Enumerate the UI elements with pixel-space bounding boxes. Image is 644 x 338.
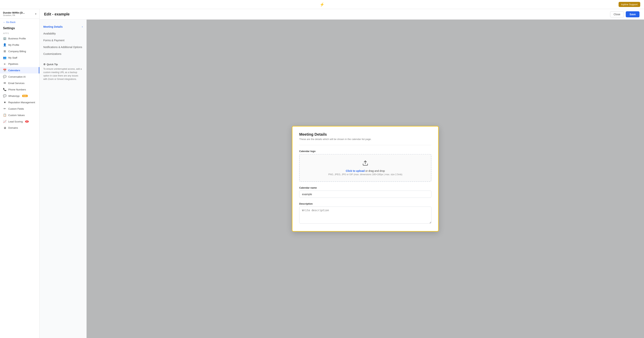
description-textarea[interactable] [299,207,432,224]
calendar-logo-label: Calendar logo [299,150,432,153]
quick-tip-section: ⚙ Quick Tip To ensure uninterrupted acce… [40,59,86,85]
sub-layout: Meeting Details › Availability Forms & P… [40,20,644,338]
content-area: Edit - example Close Save Meeting Detail… [40,9,644,338]
page-title: Edit - example [44,12,70,17]
save-button[interactable]: Save [626,11,640,17]
sidebar-item-domains[interactable]: 🖥 Domains [0,125,39,131]
sidebar-item-custom-fields[interactable]: ✏ Custom Fields [0,106,39,112]
sidebar: Dunder Mifflin [D... Scranton, PA ▾ ← Go… [0,9,40,338]
whatsapp-icon: 💬 [3,94,6,98]
sidebar-item-email-services[interactable]: ✉ Email Services [0,80,39,86]
workspace-sub: Scranton, PA [3,14,25,17]
calendar-name-input[interactable] [299,191,432,198]
sidebar-label-calendars: Calendars [8,69,20,72]
lightning-icon: ⚡ [320,3,324,7]
nav-item-notifications[interactable]: Notifications & Additional Options [40,44,86,51]
sidebar-label-email-services: Email Services [8,82,24,85]
upload-text: Click to upload or drag and drop [305,169,426,172]
sidebar-label-phone-numbers: Phone Numbers [8,88,26,91]
sidebar-label-business-profile: Business Profile [8,37,26,40]
sidebar-label-lead-scoring: Lead Scoring [8,120,23,123]
upload-icon [305,160,426,167]
quick-tip-title: Quick Tip [47,63,58,66]
reputation-icon: ★ [3,101,6,104]
topbar-center: ⚡ [320,2,324,7]
custom-values-icon: 📋 [3,113,6,117]
chevron-down-icon: ▾ [35,13,36,15]
sidebar-label-custom-fields: Custom Fields [8,107,24,110]
calendars-icon: 📅 [3,69,6,72]
modal-subtitle: These are the details which will be show… [299,138,432,141]
lead-scoring-icon: 📈 [3,120,6,123]
support-button[interactable]: topline Support [618,2,640,7]
sidebar-item-my-profile[interactable]: 👤 My Profile [0,42,39,48]
close-button[interactable]: Close [610,11,624,17]
phone-icon: 📞 [3,88,6,91]
email-icon: ✉ [3,81,6,85]
quick-tip-header: ⚙ Quick Tip [43,63,83,66]
nav-item-availability[interactable]: Availability [40,30,86,37]
sidebar-item-phone-numbers[interactable]: 📞 Phone Numbers [0,86,39,93]
nav-label-forms-payment: Forms & Payment [43,39,64,42]
sidebar-label-my-profile: My Profile [8,44,19,46]
apps-section-label: Apps [0,31,39,35]
gear-icon: ⚙ [43,63,46,66]
description-label: Description [299,202,432,205]
nav-arrow-icon: › [82,26,83,28]
topbar: ⚡ topline Support [0,0,644,9]
sidebar-item-company-billing[interactable]: ⊞ Company Billing [0,48,39,55]
content-header: Edit - example Close Save [40,9,644,20]
workspace-selector[interactable]: Dunder Mifflin [D... Scranton, PA ▾ [0,9,39,19]
sidebar-item-business-profile[interactable]: 🏢 Business Profile [0,35,39,42]
profile-icon: 👤 [3,43,6,47]
nav-label-availability: Availability [43,32,56,35]
main-panel: Meeting Details These are the details wh… [86,20,644,338]
sidebar-label-pipelines: Pipelines [8,63,18,65]
domains-icon: 🖥 [3,126,6,129]
sidebar-label-conversation-ai: Conversation AI [8,75,26,78]
conversation-ai-icon: 💬 [3,75,6,78]
modal-divider [299,145,432,145]
calendar-name-label: Calendar name [299,186,432,189]
meeting-details-modal: Meeting Details These are the details wh… [292,126,439,232]
quick-tip-text: To ensure uninterrupted access, add a cu… [43,67,83,81]
sidebar-item-conversation-ai[interactable]: 💬 Conversation AI [0,74,39,80]
nav-label-meeting-details: Meeting Details [43,25,63,28]
nav-label-notifications: Notifications & Additional Options [43,46,82,49]
modal-title: Meeting Details [299,132,432,137]
nav-item-customizations[interactable]: Customizations [40,51,86,57]
nav-item-forms-payment[interactable]: Forms & Payment [40,37,86,44]
sidebar-item-custom-values[interactable]: 📋 Custom Values [0,112,39,118]
sidebar-label-whatsapp: WhatsApp [8,95,20,97]
sidebar-item-reputation-management[interactable]: ★ Reputation Management [0,99,39,106]
sidebar-item-my-staff[interactable]: 👥 My Staff [0,55,39,61]
beta-badge: beta [22,95,28,97]
left-panel: Meeting Details › Availability Forms & P… [40,20,86,338]
sidebar-label-my-staff: My Staff [8,56,17,59]
sidebar-label-company-billing: Company Billing [8,50,26,53]
upload-hint: PNG, JPEG, JPG or GIF (max. dimensions 1… [305,173,426,176]
settings-title: Settings [0,26,39,31]
sidebar-item-whatsapp[interactable]: 💬 WhatsApp beta [0,93,39,99]
upload-rest-text: or drag and drop [364,169,385,172]
pipelines-icon: ≡ [3,62,6,66]
sidebar-label-reputation-management: Reputation Management [8,101,35,104]
sidebar-item-calendars[interactable]: 📅 Calendars [0,67,39,74]
sidebar-label-domains: Domains [8,126,18,129]
billing-icon: ⊞ [3,50,6,53]
modal-body: Meeting Details These are the details wh… [292,127,438,231]
sidebar-item-pipelines[interactable]: ≡ Pipelines [0,61,39,67]
custom-fields-icon: ✏ [3,107,6,110]
upload-area[interactable]: Click to upload or drag and drop PNG, JP… [299,154,432,182]
go-back-link[interactable]: ← Go Back [0,19,39,26]
staff-icon: 👥 [3,56,6,59]
lead-scoring-badge: 40 [25,120,29,123]
nav-label-customizations: Customizations [43,52,62,55]
nav-item-meeting-details[interactable]: Meeting Details › [40,23,86,30]
upload-link[interactable]: Click to upload [346,169,364,172]
workspace-name: Dunder Mifflin [D... [3,11,25,14]
building-icon: 🏢 [3,37,6,40]
header-buttons: Close Save [610,11,640,17]
main-layout: Dunder Mifflin [D... Scranton, PA ▾ ← Go… [0,9,644,338]
sidebar-item-lead-scoring[interactable]: 📈 Lead Scoring 40 [0,118,39,125]
